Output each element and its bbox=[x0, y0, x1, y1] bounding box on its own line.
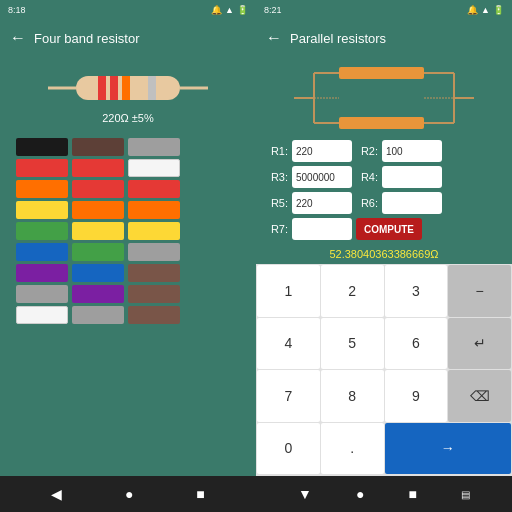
color-row-5 bbox=[16, 222, 240, 240]
key-next[interactable]: → bbox=[385, 423, 512, 475]
swatch-brown-3[interactable] bbox=[128, 285, 180, 303]
key-3[interactable]: 3 bbox=[385, 265, 448, 317]
key-1[interactable]: 1 bbox=[257, 265, 320, 317]
svg-rect-5 bbox=[122, 76, 130, 100]
swatch-orange-3[interactable] bbox=[128, 201, 180, 219]
left-status-bar: 8:18 🔔 ▲ 🔋 bbox=[0, 0, 256, 20]
swatch-gray-light[interactable] bbox=[128, 138, 180, 156]
r3-input[interactable] bbox=[292, 166, 352, 188]
right-nav-home-icon[interactable]: ● bbox=[356, 486, 364, 502]
svg-rect-16 bbox=[339, 117, 424, 129]
input-row-r7-compute: R7: COMPUTE bbox=[266, 218, 502, 240]
left-time: 8:18 bbox=[8, 5, 26, 15]
right-notification-icon: 🔔 bbox=[467, 5, 478, 15]
key-5[interactable]: 5 bbox=[321, 318, 384, 370]
right-panel: 8:21 🔔 ▲ 🔋 ← Parallel resistors bbox=[256, 0, 512, 512]
key-minus[interactable]: − bbox=[448, 265, 511, 317]
resistor-display: 220Ω ±5% bbox=[0, 56, 256, 130]
swatch-red-1[interactable] bbox=[16, 159, 68, 177]
r2-input[interactable] bbox=[382, 140, 442, 162]
color-row-1 bbox=[16, 138, 240, 156]
input-row-r3r4: R3: R4: bbox=[266, 166, 502, 188]
r1-input[interactable] bbox=[292, 140, 352, 162]
right-nav-extra-icon[interactable]: ▤ bbox=[461, 489, 470, 500]
swatch-white[interactable] bbox=[128, 159, 180, 177]
swatch-orange[interactable] bbox=[16, 180, 68, 198]
swatch-gray-4[interactable] bbox=[72, 306, 124, 324]
key-enter[interactable]: ↵ bbox=[448, 318, 511, 370]
swatch-yellow[interactable] bbox=[16, 201, 68, 219]
compute-button[interactable]: COMPUTE bbox=[356, 218, 422, 240]
swatch-red-3[interactable] bbox=[72, 180, 124, 198]
r4-label: R4: bbox=[356, 171, 378, 183]
swatch-brown-2[interactable] bbox=[128, 264, 180, 282]
swatch-orange-2[interactable] bbox=[72, 201, 124, 219]
nav-back-icon[interactable]: ◀ bbox=[51, 486, 62, 502]
right-header-title: Parallel resistors bbox=[290, 31, 386, 46]
swatch-gray-3[interactable] bbox=[16, 285, 68, 303]
r4-input[interactable] bbox=[382, 166, 442, 188]
swatch-red-2[interactable] bbox=[72, 159, 124, 177]
swatch-blue-2[interactable] bbox=[72, 264, 124, 282]
r1-label: R1: bbox=[266, 145, 288, 157]
input-row-r1r2: R1: R2: bbox=[266, 140, 502, 162]
svg-rect-15 bbox=[339, 67, 424, 79]
left-header-title: Four band resistor bbox=[34, 31, 140, 46]
key-backspace[interactable]: ⌫ bbox=[448, 370, 511, 422]
color-palette bbox=[0, 130, 256, 476]
right-nav-back-icon[interactable]: ▼ bbox=[298, 486, 312, 502]
swatch-yellow-2[interactable] bbox=[72, 222, 124, 240]
swatch-purple-2[interactable] bbox=[72, 285, 124, 303]
swatch-green[interactable] bbox=[16, 222, 68, 240]
swatch-yellow-3[interactable] bbox=[128, 222, 180, 240]
svg-rect-6 bbox=[148, 76, 156, 100]
right-status-bar: 8:21 🔔 ▲ 🔋 bbox=[256, 0, 512, 20]
color-row-9 bbox=[16, 306, 240, 324]
r5-input[interactable] bbox=[292, 192, 352, 214]
left-back-button[interactable]: ← bbox=[10, 29, 26, 47]
color-row-3 bbox=[16, 180, 240, 198]
swatch-white-2[interactable] bbox=[16, 306, 68, 324]
right-status-icons: 🔔 ▲ 🔋 bbox=[467, 5, 504, 15]
swatch-purple[interactable] bbox=[16, 264, 68, 282]
key-6[interactable]: 6 bbox=[385, 318, 448, 370]
color-row-6 bbox=[16, 243, 240, 261]
swatch-blue[interactable] bbox=[16, 243, 68, 261]
keypad: 1 2 3 − 4 5 6 ↵ 7 8 9 ⌫ 0 . → bbox=[256, 264, 512, 476]
swatch-green-2[interactable] bbox=[72, 243, 124, 261]
key-9[interactable]: 9 bbox=[385, 370, 448, 422]
svg-rect-4 bbox=[110, 76, 118, 100]
right-back-button[interactable]: ← bbox=[266, 29, 282, 47]
left-battery-icon: 🔋 bbox=[237, 5, 248, 15]
key-7[interactable]: 7 bbox=[257, 370, 320, 422]
swatch-black[interactable] bbox=[16, 138, 68, 156]
swatch-brown-4[interactable] bbox=[128, 306, 180, 324]
r5-label: R5: bbox=[266, 197, 288, 209]
key-2[interactable]: 2 bbox=[321, 265, 384, 317]
swatch-red-4[interactable] bbox=[128, 180, 180, 198]
key-8[interactable]: 8 bbox=[321, 370, 384, 422]
resistor-svg bbox=[48, 66, 208, 110]
right-nav-recents-icon[interactable]: ■ bbox=[408, 486, 416, 502]
inputs-area: R1: R2: R3: R4: R5: R6: R7: COMPUTE bbox=[256, 136, 512, 244]
swatch-gray-2[interactable] bbox=[128, 243, 180, 261]
input-row-r5r6: R5: R6: bbox=[266, 192, 502, 214]
left-signal-icon: ▲ bbox=[225, 5, 234, 15]
r3-label: R3: bbox=[266, 171, 288, 183]
right-nav-bar: ▼ ● ■ ▤ bbox=[256, 476, 512, 512]
r6-input[interactable] bbox=[382, 192, 442, 214]
key-0[interactable]: 0 bbox=[257, 423, 320, 475]
circuit-diagram bbox=[256, 56, 512, 136]
key-4[interactable]: 4 bbox=[257, 318, 320, 370]
left-header: ← Four band resistor bbox=[0, 20, 256, 56]
color-row-8 bbox=[16, 285, 240, 303]
key-dot[interactable]: . bbox=[321, 423, 384, 475]
r7-input[interactable] bbox=[292, 218, 352, 240]
left-panel: 8:18 🔔 ▲ 🔋 ← Four band resistor bbox=[0, 0, 256, 512]
nav-recents-icon[interactable]: ■ bbox=[196, 486, 204, 502]
left-nav-bar: ◀ ● ■ bbox=[0, 476, 256, 512]
right-battery-icon: 🔋 bbox=[493, 5, 504, 15]
left-status-icons: 🔔 ▲ 🔋 bbox=[211, 5, 248, 15]
swatch-brown[interactable] bbox=[72, 138, 124, 156]
nav-home-icon[interactable]: ● bbox=[125, 486, 133, 502]
